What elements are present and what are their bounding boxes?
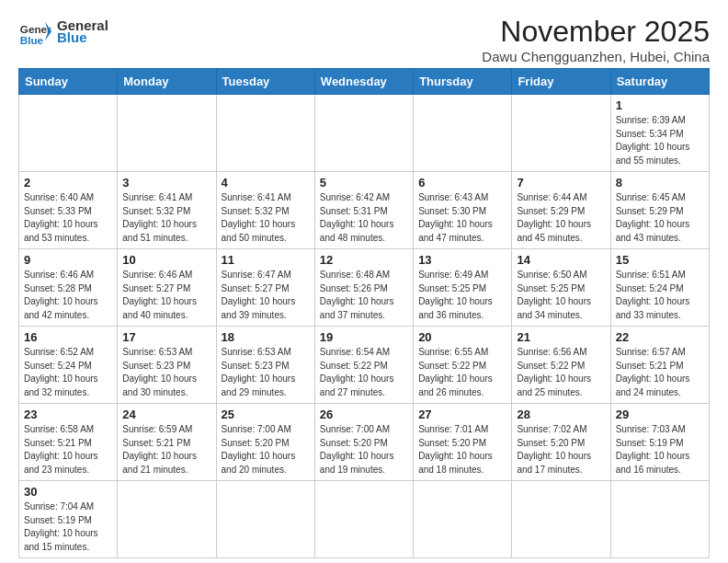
weekday-header-monday: Monday <box>118 69 216 95</box>
day-info: Sunrise: 6:49 AMSunset: 5:25 PMDaylight:… <box>418 269 506 322</box>
svg-text:Blue: Blue <box>20 34 44 46</box>
day-info: Sunrise: 6:52 AMSunset: 5:24 PMDaylight:… <box>24 346 112 399</box>
calendar-cell: 19Sunrise: 6:54 AMSunset: 5:22 PMDayligh… <box>314 327 413 404</box>
calendar-cell: 25Sunrise: 7:00 AMSunset: 5:20 PMDayligh… <box>216 404 314 481</box>
day-number: 11 <box>222 253 310 267</box>
day-number: 17 <box>122 330 210 344</box>
calendar-cell: 12Sunrise: 6:48 AMSunset: 5:26 PMDayligh… <box>314 249 413 327</box>
weekday-header-saturday: Saturday <box>610 69 709 95</box>
weekday-header-wednesday: Wednesday <box>314 69 413 95</box>
day-number: 3 <box>122 176 210 190</box>
day-info: Sunrise: 6:59 AMSunset: 5:21 PMDaylight:… <box>122 423 210 477</box>
day-info: Sunrise: 7:04 AMSunset: 5:19 PMDaylight:… <box>24 500 112 554</box>
calendar-cell: 16Sunrise: 6:52 AMSunset: 5:24 PMDayligh… <box>19 327 118 404</box>
day-number: 28 <box>517 408 605 421</box>
calendar-cell <box>512 95 610 172</box>
title-block: November 2025 Dawu Chengguanzhen, Hubei,… <box>482 15 710 64</box>
day-info: Sunrise: 6:39 AMSunset: 5:34 PMDaylight:… <box>616 114 704 167</box>
day-number: 29 <box>616 408 704 421</box>
calendar-cell <box>414 481 512 558</box>
day-number: 22 <box>616 330 704 344</box>
day-number: 1 <box>616 98 704 112</box>
day-number: 26 <box>320 408 408 421</box>
calendar-table: SundayMondayTuesdayWednesdayThursdayFrid… <box>18 68 710 558</box>
calendar-cell: 13Sunrise: 6:49 AMSunset: 5:25 PMDayligh… <box>414 249 512 327</box>
day-number: 23 <box>24 408 112 421</box>
day-info: Sunrise: 6:41 AMSunset: 5:32 PMDaylight:… <box>222 191 310 245</box>
day-info: Sunrise: 6:44 AMSunset: 5:29 PMDaylight:… <box>517 191 605 245</box>
location-text: Dawu Chengguanzhen, Hubei, China <box>482 49 710 64</box>
day-info: Sunrise: 6:41 AMSunset: 5:32 PMDaylight:… <box>122 191 210 245</box>
day-number: 18 <box>222 330 310 344</box>
day-info: Sunrise: 7:03 AMSunset: 5:19 PMDaylight:… <box>616 423 704 477</box>
calendar-cell: 1Sunrise: 6:39 AMSunset: 5:34 PMDaylight… <box>610 95 709 172</box>
day-number: 15 <box>616 253 704 267</box>
calendar-week-row: 23Sunrise: 6:58 AMSunset: 5:21 PMDayligh… <box>19 404 710 481</box>
day-info: Sunrise: 6:47 AMSunset: 5:27 PMDaylight:… <box>222 269 310 322</box>
day-number: 16 <box>24 330 112 344</box>
calendar-cell <box>512 481 610 558</box>
calendar-week-row: 30Sunrise: 7:04 AMSunset: 5:19 PMDayligh… <box>19 481 710 558</box>
day-info: Sunrise: 6:57 AMSunset: 5:21 PMDaylight:… <box>616 346 704 399</box>
weekday-header-sunday: Sunday <box>19 69 118 95</box>
weekday-header-tuesday: Tuesday <box>216 69 314 95</box>
day-number: 6 <box>418 176 506 190</box>
day-info: Sunrise: 6:46 AMSunset: 5:28 PMDaylight:… <box>24 269 112 322</box>
day-number: 7 <box>517 176 605 190</box>
day-info: Sunrise: 6:48 AMSunset: 5:26 PMDaylight:… <box>320 269 408 322</box>
day-info: Sunrise: 6:55 AMSunset: 5:22 PMDaylight:… <box>418 346 506 399</box>
calendar-cell: 6Sunrise: 6:43 AMSunset: 5:30 PMDaylight… <box>414 172 512 249</box>
calendar-cell: 21Sunrise: 6:56 AMSunset: 5:22 PMDayligh… <box>512 327 610 404</box>
calendar-cell: 22Sunrise: 6:57 AMSunset: 5:21 PMDayligh… <box>610 327 709 404</box>
calendar-cell: 4Sunrise: 6:41 AMSunset: 5:32 PMDaylight… <box>216 172 314 249</box>
calendar-cell: 23Sunrise: 6:58 AMSunset: 5:21 PMDayligh… <box>19 404 118 481</box>
calendar-cell: 28Sunrise: 7:02 AMSunset: 5:20 PMDayligh… <box>512 404 610 481</box>
page-header: General Blue General Blue November 2025 … <box>18 15 710 64</box>
calendar-cell <box>118 481 216 558</box>
day-number: 9 <box>24 253 112 267</box>
calendar-cell: 24Sunrise: 6:59 AMSunset: 5:21 PMDayligh… <box>118 404 216 481</box>
day-info: Sunrise: 6:54 AMSunset: 5:22 PMDaylight:… <box>320 346 408 399</box>
day-number: 19 <box>320 330 408 344</box>
day-number: 13 <box>418 253 506 267</box>
day-number: 14 <box>517 253 605 267</box>
logo-icon: General Blue <box>18 15 51 48</box>
day-info: Sunrise: 6:43 AMSunset: 5:30 PMDaylight:… <box>418 191 506 245</box>
calendar-cell: 20Sunrise: 6:55 AMSunset: 5:22 PMDayligh… <box>414 327 512 404</box>
day-number: 21 <box>517 330 605 344</box>
day-number: 30 <box>24 485 112 499</box>
calendar-week-row: 1Sunrise: 6:39 AMSunset: 5:34 PMDaylight… <box>19 95 710 172</box>
calendar-cell: 11Sunrise: 6:47 AMSunset: 5:27 PMDayligh… <box>216 249 314 327</box>
day-info: Sunrise: 7:00 AMSunset: 5:20 PMDaylight:… <box>320 423 408 477</box>
calendar-cell: 29Sunrise: 7:03 AMSunset: 5:19 PMDayligh… <box>610 404 709 481</box>
calendar-cell <box>216 481 314 558</box>
day-info: Sunrise: 6:53 AMSunset: 5:23 PMDaylight:… <box>222 346 310 399</box>
calendar-cell <box>610 481 709 558</box>
calendar-cell <box>314 481 413 558</box>
day-number: 24 <box>122 408 210 421</box>
calendar-cell <box>314 95 413 172</box>
day-number: 4 <box>222 176 310 190</box>
calendar-cell: 15Sunrise: 6:51 AMSunset: 5:24 PMDayligh… <box>610 249 709 327</box>
calendar-cell: 26Sunrise: 7:00 AMSunset: 5:20 PMDayligh… <box>314 404 413 481</box>
calendar-cell: 7Sunrise: 6:44 AMSunset: 5:29 PMDaylight… <box>512 172 610 249</box>
day-info: Sunrise: 6:50 AMSunset: 5:25 PMDaylight:… <box>517 269 605 322</box>
weekday-header-friday: Friday <box>512 69 610 95</box>
calendar-cell: 8Sunrise: 6:45 AMSunset: 5:29 PMDaylight… <box>610 172 709 249</box>
calendar-cell <box>414 95 512 172</box>
day-info: Sunrise: 6:42 AMSunset: 5:31 PMDaylight:… <box>320 191 408 245</box>
calendar-cell: 27Sunrise: 7:01 AMSunset: 5:20 PMDayligh… <box>414 404 512 481</box>
calendar-cell: 3Sunrise: 6:41 AMSunset: 5:32 PMDaylight… <box>118 172 216 249</box>
logo: General Blue General Blue <box>18 15 108 48</box>
day-number: 10 <box>122 253 210 267</box>
day-info: Sunrise: 6:58 AMSunset: 5:21 PMDaylight:… <box>24 423 112 477</box>
day-info: Sunrise: 6:51 AMSunset: 5:24 PMDaylight:… <box>616 269 704 322</box>
day-number: 12 <box>320 253 408 267</box>
day-number: 20 <box>418 330 506 344</box>
calendar-cell <box>118 95 216 172</box>
calendar-cell: 14Sunrise: 6:50 AMSunset: 5:25 PMDayligh… <box>512 249 610 327</box>
day-number: 27 <box>418 408 506 421</box>
day-info: Sunrise: 6:46 AMSunset: 5:27 PMDaylight:… <box>122 269 210 322</box>
calendar-week-row: 9Sunrise: 6:46 AMSunset: 5:28 PMDaylight… <box>19 249 710 327</box>
calendar-header-row: SundayMondayTuesdayWednesdayThursdayFrid… <box>19 69 710 95</box>
